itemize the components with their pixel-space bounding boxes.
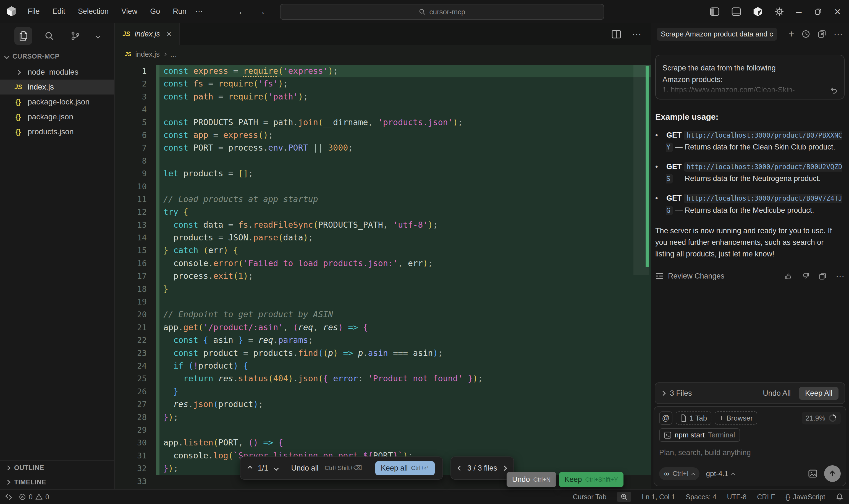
terminal-command-chip[interactable]: npm start Terminal [659,428,740,442]
indentation[interactable]: Spaces: 4 [686,493,716,501]
code-line-content[interactable]: const product = products.find((p) => p.a… [156,347,651,359]
project-root-row[interactable]: CURSOR-MCP [0,49,114,63]
restore-checkpoint-icon[interactable] [830,86,838,94]
keep-button[interactable]: Keep Ctrl+Shift+Y [559,472,624,487]
activity-overflow-chevron-icon[interactable] [92,27,103,45]
send-button[interactable] [824,465,841,482]
file-item-package-lock.json[interactable]: {}package-lock.json [0,94,114,109]
menu-item-edit[interactable]: Edit [48,5,70,17]
thumbs-up-icon[interactable] [784,272,793,280]
code-line-content[interactable] [156,155,651,167]
review-changes-button[interactable]: Review Changes [668,272,724,281]
endpoint-url[interactable]: http://localhost:3000/product/B07PBXXNCY [666,131,842,152]
next-change-icon[interactable] [274,466,278,471]
keep-all-button[interactable]: Keep all Ctrl+↵ [375,461,435,475]
cursor-tab-status[interactable]: Cursor Tab [573,493,607,501]
cursor-ai-pane-icon[interactable] [753,7,762,17]
code-line-content[interactable]: res.json(product); [156,398,651,411]
remote-window-icon[interactable] [4,493,13,501]
next-file-icon[interactable] [502,466,507,471]
sidebar-panel-timeline[interactable]: TIMELINE [0,475,114,489]
source-control-icon[interactable] [66,27,84,45]
menu-item-selection[interactable]: Selection [73,5,113,17]
browser-chip[interactable]: + Browser [715,411,757,425]
window-restore-button[interactable] [814,7,822,16]
new-chat-icon[interactable]: + [789,28,794,40]
tab-close-icon[interactable]: × [167,29,171,39]
code-line-content[interactable]: const PORT = process.env.PORT || 3000; [156,142,651,154]
explorer-icon[interactable] [14,27,32,45]
problems-indicator[interactable]: 0 0 [19,493,49,501]
code-line-content[interactable]: const PRODUCTS_PATH = path.join(__dirnam… [156,116,651,129]
code-editor[interactable]: 1const express = require('express');2con… [115,63,651,489]
code-line-content[interactable]: let products = []; [156,167,651,180]
undo-all-button[interactable]: Undo all [291,464,319,472]
code-line-content[interactable] [156,424,651,436]
file-item-node_modules[interactable]: node_modules [0,65,114,79]
file-item-package.json[interactable]: {}package.json [0,109,114,124]
chat-tab-title[interactable]: Scrape Amazon product data and c [657,28,777,41]
language-mode[interactable]: {} JavaScript [786,493,825,501]
prev-file-icon[interactable] [457,466,462,471]
search-sidebar-icon[interactable] [40,27,58,45]
endpoint-url[interactable]: http://localhost:3000/product/B00U2VQZDS [666,162,842,183]
code-line-content[interactable]: if (!product) { [156,359,651,372]
expand-files-chevron-icon[interactable] [661,391,666,396]
file-item-products.json[interactable]: {}products.json [0,124,114,139]
code-line-content[interactable]: return res.status(404).json({ error: 'Pr… [156,372,651,385]
undo-button[interactable]: Undo Ctrl+N [507,472,556,487]
code-line-content[interactable]: const fs = require('fs'); [156,77,651,90]
code-line-content[interactable]: app.get('/product/:asin', (req, res) => … [156,321,651,334]
code-line-content[interactable]: } catch (err) { [156,244,651,257]
code-line-content[interactable]: process.exit(1); [156,270,651,282]
code-line-content[interactable]: const path = require('path'); [156,90,651,103]
tab-context-chip[interactable]: 1 Tab [676,411,711,425]
sidebar-panel-outline[interactable]: OUTLINE [0,460,114,475]
prev-change-icon[interactable] [247,466,252,471]
toggle-panel-icon[interactable] [731,7,741,16]
thumbs-down-icon[interactable] [801,272,810,280]
endpoint-url[interactable]: http://localhost:3000/product/B09V7Z4TJG [666,194,842,215]
menu-overflow-button[interactable]: ⋯ [191,5,207,17]
composer-placeholder[interactable]: Plan, search, build anything [659,448,841,457]
open-chat-in-editor-icon[interactable] [817,30,826,38]
file-item-index.js[interactable]: JSindex.js [0,79,114,94]
code-line-content[interactable]: } [156,283,651,295]
editor-more-actions-icon[interactable]: ⋯ [632,29,642,40]
code-line-content[interactable]: const { asin } = req.params; [156,334,651,346]
code-line-content[interactable]: } [156,385,651,398]
code-line-content[interactable]: try { [156,205,651,218]
code-line-content[interactable] [156,295,651,308]
menu-item-view[interactable]: View [117,5,142,17]
code-line-content[interactable]: console.error('Failed to load products.j… [156,257,651,270]
toggle-sidebar-icon[interactable] [710,7,719,16]
code-line-content[interactable]: app.listen(PORT, () => { [156,436,651,449]
code-line-content[interactable]: const app = express(); [156,129,651,142]
undo-all-files-button[interactable]: Undo All [763,389,791,398]
menu-item-run[interactable]: Run [168,5,191,17]
encoding[interactable]: UTF-8 [727,493,746,501]
history-forward-button[interactable]: → [256,6,266,17]
attach-image-icon[interactable] [808,469,817,478]
message-more-actions-icon[interactable]: ⋯ [836,271,845,281]
code-line-content[interactable] [156,103,651,116]
chat-messages[interactable]: Scrape the data from the following Amazo… [651,45,849,489]
keep-all-files-button[interactable]: Keep All [799,387,838,400]
notifications-bell-icon[interactable] [836,493,844,501]
code-line-content[interactable]: const data = fs.readFileSync(PRODUCTS_PA… [156,219,651,231]
chat-composer[interactable]: @ 1 Tab + Browser [654,406,846,486]
agent-mode-pill[interactable]: ∞ Ctrl+I [659,467,700,480]
chat-more-actions-icon[interactable]: ⋯ [833,29,843,39]
menu-item-file[interactable]: File [23,5,44,17]
code-line-content[interactable]: // Load products at app startup [156,193,651,205]
window-minimize-button[interactable]: – [796,6,802,17]
settings-gear-icon[interactable] [775,7,784,16]
copy-response-icon[interactable] [818,272,827,280]
menu-item-go[interactable]: Go [146,5,164,17]
breadcrumb[interactable]: JS index.js … [115,45,651,63]
code-line-content[interactable]: products = JSON.parse(data); [156,231,651,244]
eol-sequence[interactable]: CRLF [757,493,775,501]
chat-history-icon[interactable] [801,30,810,38]
code-line-content[interactable]: }); [156,411,651,424]
window-close-button[interactable]: × [834,5,841,18]
